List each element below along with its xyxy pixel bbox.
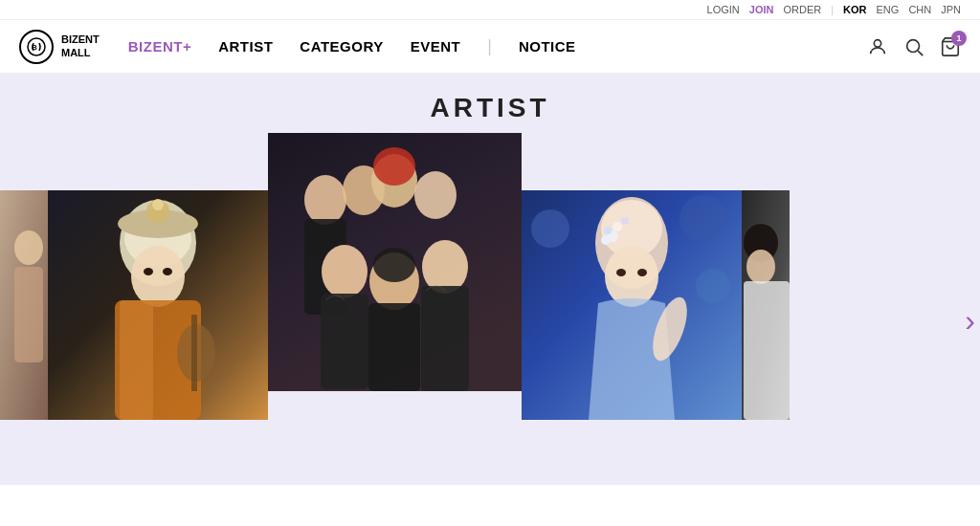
svg-point-44	[637, 269, 647, 276]
nav-artist[interactable]: ARTIST	[218, 38, 273, 55]
user-icon-button[interactable]	[867, 36, 888, 57]
svg-rect-30	[321, 294, 368, 389]
svg-rect-8	[14, 267, 43, 362]
svg-point-13	[144, 268, 153, 275]
svg-point-48	[612, 222, 622, 231]
svg-point-3	[907, 39, 920, 52]
svg-point-23	[304, 175, 346, 225]
main-nav: B BIZENT MALL BIZENT+ ARTIST CATEGORY EV…	[0, 20, 980, 74]
search-icon	[903, 36, 924, 57]
svg-text:B: B	[32, 43, 37, 52]
svg-rect-35	[421, 286, 469, 391]
svg-point-28	[414, 171, 457, 219]
artist-card-5[interactable]	[742, 190, 790, 420]
svg-line-4	[918, 51, 923, 55]
artist-image-3	[268, 133, 522, 391]
logo[interactable]: B BIZENT MALL	[19, 30, 100, 64]
nav-links: BIZENT+ ARTIST CATEGORY EVENT | NOTICE	[128, 36, 867, 56]
svg-rect-54	[744, 281, 790, 420]
cart-icon-button[interactable]: 1	[940, 36, 961, 57]
nav-notice[interactable]: NOTICE	[519, 38, 576, 55]
svg-point-32	[373, 248, 415, 282]
svg-point-42	[605, 246, 658, 307]
cart-badge: 1	[951, 31, 967, 46]
chn-link[interactable]: CHN	[908, 4, 931, 15]
svg-point-43	[616, 269, 626, 276]
eng-link[interactable]: ENG	[877, 4, 900, 15]
carousel-next-button[interactable]: ›	[965, 303, 975, 339]
artist-image-1	[0, 190, 48, 420]
svg-point-49	[621, 217, 629, 225]
svg-point-37	[531, 209, 569, 248]
svg-point-29	[322, 245, 368, 298]
artist-card-1[interactable]	[0, 190, 48, 420]
artist-image-2	[48, 190, 268, 420]
user-icon	[867, 36, 888, 57]
svg-point-34	[422, 240, 468, 294]
sep1: |	[831, 4, 834, 15]
svg-point-38	[679, 195, 727, 243]
nav-category[interactable]: CATEGORY	[300, 38, 383, 55]
artist-cards-row	[0, 142, 980, 420]
artist-card-4[interactable]	[522, 190, 742, 420]
svg-rect-16	[120, 300, 153, 420]
svg-point-7	[14, 230, 43, 265]
svg-point-39	[696, 269, 730, 303]
svg-rect-33	[368, 303, 420, 391]
top-bar: LOGIN JOIN ORDER | KOR ENG CHN JPN	[0, 0, 980, 20]
svg-point-14	[163, 268, 172, 275]
nav-event[interactable]: EVENT	[411, 38, 461, 55]
svg-point-53	[746, 250, 775, 284]
svg-point-21	[152, 199, 164, 210]
kor-link[interactable]: KOR	[843, 4, 866, 15]
artist-card-2[interactable]	[48, 190, 268, 420]
svg-point-2	[874, 39, 880, 46]
logo-text: BIZENT MALL	[61, 33, 100, 58]
artist-card-3[interactable]	[268, 133, 522, 391]
logo-svg: B	[26, 36, 47, 57]
jpn-link[interactable]: JPN	[941, 4, 961, 15]
artist-title: ARTIST	[0, 93, 980, 123]
svg-rect-18	[191, 315, 197, 391]
nav-separator: |	[487, 36, 492, 56]
nav-icons: 1	[867, 36, 961, 57]
artist-image-4	[522, 190, 742, 420]
search-icon-button[interactable]	[903, 36, 924, 57]
login-link[interactable]: LOGIN	[707, 4, 740, 15]
svg-point-47	[601, 235, 611, 245]
svg-point-27	[373, 147, 415, 186]
svg-point-46	[604, 227, 612, 234]
order-link[interactable]: ORDER	[783, 4, 821, 15]
artist-image-5	[742, 190, 790, 420]
artist-section: ARTIST ›	[0, 74, 980, 485]
join-link[interactable]: JOIN	[749, 4, 774, 15]
svg-point-12	[131, 246, 185, 307]
nav-bizent-plus[interactable]: BIZENT+	[128, 38, 191, 55]
logo-icon: B	[19, 30, 54, 64]
